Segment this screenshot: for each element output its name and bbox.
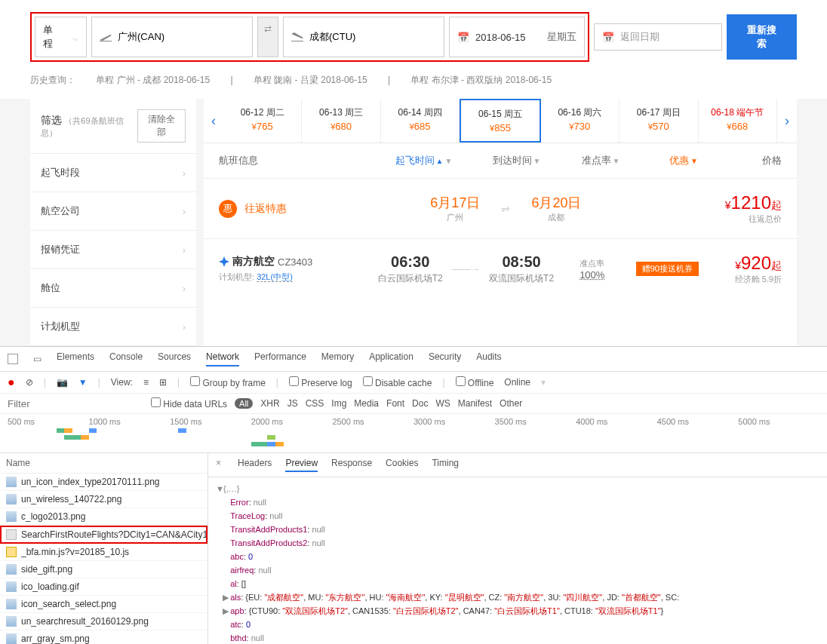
timeline-tick: 1000 ms xyxy=(89,417,171,426)
throttle-select[interactable]: Online xyxy=(504,377,530,388)
network-request-item[interactable]: un_wireless_140722.png xyxy=(0,491,208,508)
record-icon[interactable]: ● xyxy=(8,376,15,389)
filter-type-css[interactable]: CSS xyxy=(306,398,324,409)
sort-price[interactable]: 价格 xyxy=(729,154,782,167)
sort-ontime[interactable]: 准点率▼ xyxy=(563,154,638,167)
date-cell[interactable]: 06-12 周二¥765 xyxy=(223,99,302,143)
devtools-tab[interactable]: Sources xyxy=(158,351,191,366)
network-request-item[interactable]: c_logo2013.png xyxy=(0,508,208,526)
network-request-item[interactable]: un_icon_index_type20170111.png xyxy=(0,474,208,491)
group-by-frame-check[interactable]: Group by frame xyxy=(190,376,266,388)
filter-item[interactable]: 舱位› xyxy=(30,269,196,308)
promo-in-city: 成都 xyxy=(531,212,581,223)
detail-tab[interactable]: Cookies xyxy=(386,458,418,472)
devtools-tab[interactable]: Memory xyxy=(321,351,354,366)
devtools-tab[interactable]: Performance xyxy=(254,351,306,366)
clear-icon[interactable]: ⊘ xyxy=(26,377,33,388)
network-request-item[interactable]: ico_loading.gif xyxy=(0,578,208,596)
history-item[interactable]: 单程 布尔津 - 西双版纳 2018-06-15 xyxy=(410,75,552,85)
close-icon[interactable]: × xyxy=(216,458,221,472)
chevron-down-icon: ▾ xyxy=(541,377,546,388)
filter-type-xhr[interactable]: XHR xyxy=(260,398,279,409)
list-header-name[interactable]: Name xyxy=(0,453,208,474)
date-next-button[interactable]: › xyxy=(777,99,797,143)
network-request-item[interactable]: SearchFirstRouteFlights?DCity1=CAN&ACity… xyxy=(0,526,208,544)
network-filter-input[interactable] xyxy=(8,398,143,409)
filter-type-all[interactable]: All xyxy=(235,398,253,409)
filter-type-font[interactable]: Font xyxy=(386,398,404,409)
history-item[interactable]: 单程 广州 - 成都 2018-06-15 xyxy=(96,75,210,85)
filter-funnel-icon[interactable]: ▼ xyxy=(78,377,88,388)
sort-promo[interactable]: 优惠▼ xyxy=(638,154,729,167)
filter-type-media[interactable]: Media xyxy=(354,398,379,409)
devtools-timeline[interactable]: 500 ms1000 ms1500 ms2000 ms2500 ms3000 m… xyxy=(0,414,827,453)
sort-arrive-time[interactable]: 到达时间▼ xyxy=(470,154,563,167)
timeline-tick: 5000 ms xyxy=(738,417,819,426)
view-list-icon[interactable]: ≡ xyxy=(143,377,149,388)
detail-tab[interactable]: Preview xyxy=(285,458,318,472)
device-icon[interactable]: ▭ xyxy=(33,354,42,364)
network-request-item[interactable]: un_searchresult_20160129.png xyxy=(0,613,208,630)
hide-data-urls-check[interactable]: Hide data URLs xyxy=(151,397,227,409)
from-city-input[interactable] xyxy=(91,17,253,57)
date-cell[interactable]: 06-13 周三¥680 xyxy=(302,99,380,143)
depart-date-value: 2018-06-15 xyxy=(475,32,526,43)
file-icon xyxy=(6,633,17,644)
detail-tab[interactable]: Timing xyxy=(432,458,459,472)
network-request-item[interactable]: icon_search_select.png xyxy=(0,596,208,613)
network-request-item[interactable]: arr_gray_sm.png xyxy=(0,630,208,644)
filter-type-img[interactable]: Img xyxy=(331,398,346,409)
history-item[interactable]: 单程 陇南 - 吕梁 2018-06-15 xyxy=(254,75,367,85)
inspect-icon[interactable] xyxy=(8,354,18,364)
date-prev-button[interactable]: ‹ xyxy=(204,99,223,143)
filter-type-ws[interactable]: WS xyxy=(435,398,450,409)
filter-type-doc[interactable]: Doc xyxy=(412,398,428,409)
sort-depart-time[interactable]: 起飞时间▲▼ xyxy=(377,154,470,167)
camera-icon[interactable]: 📷 xyxy=(57,377,68,388)
clear-filters-button[interactable]: 清除全部 xyxy=(137,109,186,143)
date-cell[interactable]: 06-16 周六¥730 xyxy=(541,99,619,143)
from-city-field[interactable] xyxy=(118,32,244,43)
disable-cache-check[interactable]: Disable cache xyxy=(363,376,432,388)
sort-row: 航班信息 起飞时间▲▼ 到达时间▼ 准点率▼ 优惠▼ 价格 xyxy=(204,143,797,178)
return-date-input[interactable]: 📅 返回日期 xyxy=(594,23,722,51)
preserve-log-check[interactable]: Preserve log xyxy=(289,376,352,388)
to-city-field[interactable] xyxy=(309,32,436,43)
timeline-tick: 500 ms xyxy=(8,417,89,426)
date-cell[interactable]: 06-17 周日¥570 xyxy=(619,99,698,143)
roundtrip-promo[interactable]: 惠 往返特惠 6月17日 广州 ⇌ 6月20日 成都 ¥1210起 往返总价 xyxy=(204,178,797,238)
route-arrow-icon: ───→ xyxy=(443,264,488,274)
detail-tab[interactable]: Response xyxy=(331,458,372,472)
devtools-tab[interactable]: Network xyxy=(206,351,239,366)
filter-type-manifest[interactable]: Manifest xyxy=(458,398,492,409)
devtools-tab[interactable]: Application xyxy=(369,351,414,366)
history-sep: | xyxy=(230,75,232,85)
filter-type-js[interactable]: JS xyxy=(287,398,298,409)
devtools-tab[interactable]: Security xyxy=(429,351,461,366)
trip-type-select[interactable]: 单程 ⌵ xyxy=(35,17,87,57)
filter-item[interactable]: 报销凭证› xyxy=(30,231,196,269)
network-request-item[interactable]: _bfa.min.js?v=20185_10.js xyxy=(0,544,208,561)
to-city-input[interactable] xyxy=(283,17,444,57)
network-request-item[interactable]: side_gift.png xyxy=(0,561,208,578)
depart-date-input[interactable]: 📅 2018-06-15 星期五 xyxy=(449,17,585,57)
date-cell[interactable]: 06-14 周四¥685 xyxy=(381,99,460,143)
filter-type-other[interactable]: Other xyxy=(500,398,522,409)
sort-desc-icon: ▼ xyxy=(445,157,453,165)
view-large-icon[interactable]: ⊞ xyxy=(159,377,167,388)
filter-item[interactable]: 起飞时段› xyxy=(30,154,196,192)
devtools-tab[interactable]: Elements xyxy=(57,351,94,366)
offline-check[interactable]: Offline xyxy=(456,376,494,388)
swap-cities-button[interactable]: ⇄ xyxy=(257,17,278,57)
detail-tab[interactable]: Headers xyxy=(238,458,272,472)
devtools-tab[interactable]: Audits xyxy=(476,351,501,366)
filter-item[interactable]: 航空公司› xyxy=(30,192,196,231)
json-preview[interactable]: ▼{,…} Error: null TraceLog: null Transit… xyxy=(208,477,827,644)
filter-item[interactable]: 计划机型› xyxy=(30,308,196,346)
flight-row[interactable]: 南方航空 CZ3403 计划机型: 32L(中型) 06:30 白云国际机场T2… xyxy=(204,238,797,299)
search-button[interactable]: 重新搜索 xyxy=(727,14,797,60)
devtools-tab[interactable]: Console xyxy=(109,351,143,366)
sort-asc-icon: ▲ xyxy=(436,157,444,165)
date-cell[interactable]: 06-15 周五¥855 xyxy=(460,99,540,143)
date-cell[interactable]: 06-18 端午节¥668 xyxy=(699,99,777,143)
